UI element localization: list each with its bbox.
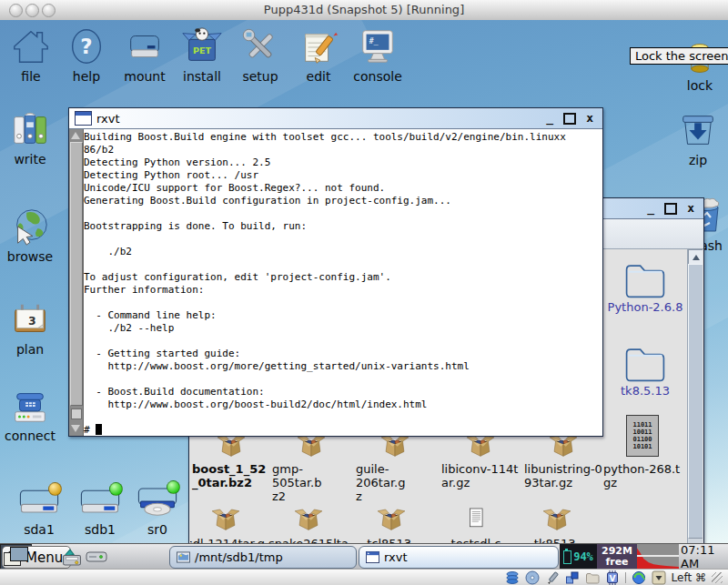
- vbox-pencil-icon[interactable]: [545, 570, 560, 585]
- filer-scrollbar-thumb[interactable]: [688, 264, 703, 539]
- desktop-icon-sdb1[interactable]: sdb1: [76, 480, 124, 537]
- desktop-icon-connect[interactable]: connect: [6, 385, 54, 443]
- scroll-page-icon[interactable]: [71, 408, 82, 419]
- pet-package-icon: [181, 25, 223, 67]
- memory-applet[interactable]: 292M free: [597, 544, 637, 570]
- minimize-icon[interactable]: _: [647, 204, 654, 213]
- filer-scrollbar[interactable]: [687, 249, 703, 543]
- host-close-button[interactable]: [9, 4, 23, 17]
- package-box-icon: [379, 436, 410, 461]
- close-icon[interactable]: x: [586, 114, 593, 123]
- task-button-filer[interactable]: /mnt/sdb1/tmp: [169, 546, 357, 569]
- vbox-network-icon[interactable]: [565, 570, 580, 585]
- desktop-icon-help[interactable]: help: [63, 25, 110, 84]
- clock: 07:11 AM: [681, 544, 728, 570]
- terminal-body[interactable]: Building Boost.Build engine with toolset…: [69, 129, 602, 436]
- desktop-icon-sr0[interactable]: sr0: [134, 480, 181, 537]
- load-area: [637, 546, 679, 570]
- file-item-tcl[interactable]: tcl8513-: [350, 502, 432, 543]
- package-box-icon: [541, 502, 572, 537]
- file-item-python-folder[interactable]: Python-2.6.8: [600, 257, 691, 314]
- tools-icon: [239, 25, 281, 67]
- drive-status-icon[interactable]: [86, 550, 107, 563]
- file-item-libunistring[interactable]: libunistring-0 93tar.gz: [522, 436, 604, 489]
- minimize-icon[interactable]: _: [546, 114, 553, 123]
- scroll-down-icon[interactable]: [71, 425, 80, 432]
- file-item-boost[interactable]: boost_1_52 _0tar.bz2: [190, 436, 272, 489]
- package-box-icon: [210, 502, 241, 537]
- desktop-icon-plan[interactable]: plan: [6, 298, 54, 357]
- vbox-sharedfolders-icon[interactable]: [585, 570, 600, 585]
- terminal-output[interactable]: Building Boost.Build engine with toolset…: [84, 131, 602, 435]
- vbox-statusbar: Left ⌘: [0, 569, 728, 585]
- pager-desktop-1[interactable]: [10, 547, 28, 561]
- mount-led: [48, 482, 62, 496]
- package-box-icon: [465, 436, 496, 461]
- vbox-optical-icon[interactable]: [525, 570, 540, 585]
- mount-led: [167, 480, 180, 494]
- folder-icon: [619, 257, 672, 300]
- file-item-gmp[interactable]: gmp-505tar.b z2: [270, 436, 352, 503]
- task-button-rxvt[interactable]: rxvt: [359, 546, 559, 569]
- desktop-icon-write[interactable]: write: [6, 108, 54, 166]
- package-box-icon: [216, 436, 247, 461]
- maximize-icon[interactable]: [664, 203, 677, 215]
- terminal-monitor-icon: [357, 25, 399, 67]
- desktop-icon-browse[interactable]: browse: [6, 206, 54, 264]
- vbox-hostkey-icon[interactable]: [652, 570, 666, 585]
- desktop-icon-mount[interactable]: mount: [121, 25, 168, 84]
- save-session-icon[interactable]: [61, 548, 83, 567]
- file-item-sdl[interactable]: sdl-1214tar.g: [190, 502, 267, 543]
- host-window-titlebar[interactable]: Pupp431d (Snapshot 5) [Running]: [0, 0, 728, 21]
- home-icon: [10, 25, 52, 67]
- file-item-guile[interactable]: guile-206tar.g z: [354, 436, 436, 503]
- desktop-icon-zip[interactable]: zip: [672, 109, 723, 167]
- vbox-virtualization-icon[interactable]: [605, 570, 620, 585]
- package-box-icon: [548, 436, 579, 461]
- package-box-icon: [296, 436, 327, 461]
- calendar-icon: [9, 298, 51, 340]
- cpu-load-graph[interactable]: [637, 544, 679, 570]
- package-box-icon: [376, 502, 407, 537]
- notepad-pencil-icon: [298, 25, 339, 67]
- maximize-icon[interactable]: [563, 113, 576, 125]
- question-icon: [66, 25, 107, 67]
- lock-tooltip: Lock the screen: [630, 47, 728, 65]
- resize-grip[interactable]: [712, 572, 723, 583]
- desktop-icon-setup[interactable]: setup: [237, 25, 284, 84]
- folder-icon: [619, 340, 672, 384]
- desktop-icon-install[interactable]: install: [178, 25, 226, 84]
- desktop[interactable]: file help mount install setup edit conso…: [0, 20, 728, 543]
- file-item-snake[interactable]: snake2615lta: [268, 502, 349, 543]
- rxvt-window[interactable]: rxvt _ x Building Boost.Build engine wit…: [68, 107, 603, 437]
- file-item-libiconv[interactable]: libiconv-114t ar.gz: [440, 436, 521, 489]
- terminal-scrollbar-thumb[interactable]: [70, 142, 83, 406]
- scroll-up-icon[interactable]: [688, 249, 703, 265]
- vbox-harddisks-icon[interactable]: [505, 570, 520, 585]
- file-item-testsdl[interactable]: testsdl.c: [435, 502, 517, 543]
- file-item-python-tgz[interactable]: 11011 10011 01100 10101 python-268.t gz: [602, 415, 683, 489]
- rxvt-titlebar[interactable]: rxvt _ x: [69, 108, 602, 129]
- host-window-title: Pupp431d (Snapshot 5) [Running]: [0, 0, 728, 20]
- desktop-icon-console[interactable]: console: [354, 25, 401, 84]
- vbox-mouse-integration-icon[interactable]: [632, 570, 646, 585]
- desktop-icon-sda1[interactable]: sda1: [15, 480, 63, 537]
- desktop-icon-edit[interactable]: edit: [295, 25, 342, 84]
- document-icon: [460, 502, 491, 537]
- telephone-icon: [9, 385, 51, 427]
- close-icon[interactable]: x: [687, 204, 694, 213]
- file-item-tk8513[interactable]: tk8513-: [516, 502, 598, 543]
- desktop-icon-file[interactable]: file: [7, 25, 55, 84]
- mount-led: [109, 482, 123, 496]
- package-box-icon: [293, 502, 324, 537]
- zip-archive-icon: [677, 109, 719, 151]
- host-minimize-button[interactable]: [25, 4, 39, 17]
- taskbar[interactable]: Menu /mnt/sdb1/tmp rxvt 94% 292M free 07…: [0, 543, 728, 570]
- file-item-tk-folder[interactable]: tk8.5.13: [600, 340, 691, 398]
- host-zoom-button[interactable]: [42, 4, 56, 17]
- scroll-up-icon[interactable]: [71, 132, 80, 139]
- drive-icon: [124, 25, 166, 67]
- filer-mini-icon: [177, 551, 190, 563]
- battery-monitor[interactable]: 94%: [560, 544, 597, 570]
- terminal-scrollbar[interactable]: [69, 129, 84, 436]
